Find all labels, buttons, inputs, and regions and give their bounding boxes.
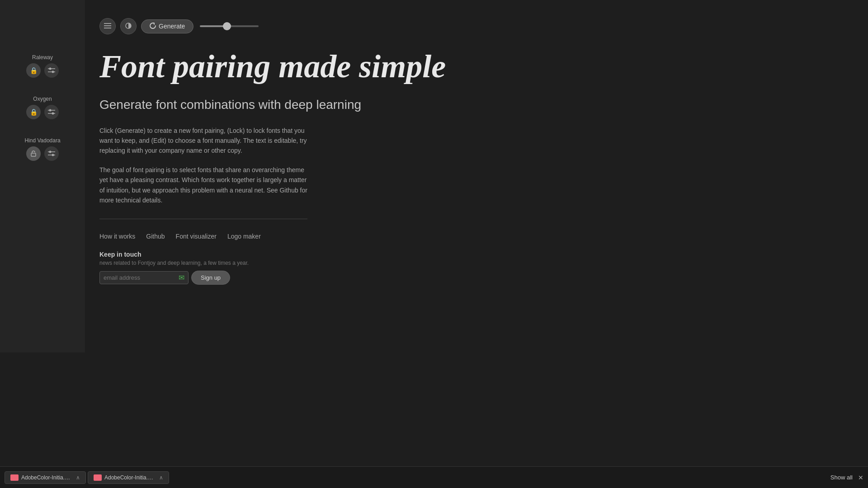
taskbar-item-2[interactable]: AdobeColor-Initia....jpeg ∧ (88, 471, 169, 484)
edit-btn-raleway[interactable] (44, 63, 59, 78)
generate-button[interactable]: Generate (141, 19, 193, 33)
lock-btn-hind-vadodara[interactable] (26, 146, 41, 161)
font-controls-hind-vadodara (26, 146, 59, 161)
email-input-wrapper: ✉ (99, 271, 189, 284)
svg-point-10 (49, 151, 51, 153)
generate-label: Generate (159, 23, 185, 30)
taskbar-close-button[interactable]: ✕ (858, 474, 863, 481)
divider (99, 219, 307, 219)
svg-point-3 (52, 71, 54, 73)
svg-point-12 (52, 154, 54, 156)
font-label-raleway: Raleway (32, 54, 53, 61)
footer-links: How it works Github Font visualizer Logo… (99, 233, 506, 240)
taskbar-chevron-2[interactable]: ∧ (159, 474, 163, 481)
taskbar-item-1[interactable]: AdobeColor-Initia....jpeg ∧ (5, 471, 86, 484)
footer-link-how-it-works[interactable]: How it works (99, 233, 135, 240)
keep-in-touch-subtitle: news related to Fontjoy and deep learnin… (99, 260, 506, 266)
lock-btn-oxygen[interactable]: 🔒 (26, 105, 41, 119)
taskbar-item-label-2: AdobeColor-Initia....jpeg (104, 474, 155, 481)
edit-btn-hind-vadodara[interactable] (44, 146, 59, 161)
theme-icon (125, 22, 132, 31)
svg-point-5 (49, 109, 52, 112)
font-controls-raleway: 🔒 (26, 63, 59, 78)
taskbar-chevron-1[interactable]: ∧ (76, 474, 80, 481)
toolbar: Generate (99, 18, 259, 34)
svg-rect-8 (31, 153, 36, 156)
body-text-2[interactable]: The goal of font pairing is to select fo… (99, 165, 307, 206)
footer-link-logo-maker[interactable]: Logo maker (227, 233, 261, 240)
svg-point-1 (49, 68, 52, 70)
sidebar: Raleway 🔒 Oxygen 🔒 (0, 0, 85, 352)
contrast-slider[interactable] (200, 25, 259, 27)
menu-button[interactable] (99, 18, 116, 34)
generate-icon (150, 23, 156, 30)
keep-in-touch-section: Keep in touch news related to Fontjoy an… (99, 251, 506, 285)
signup-button[interactable]: Sign up (191, 271, 230, 285)
font-item-oxygen: Oxygen 🔒 (26, 96, 59, 119)
theme-toggle-button[interactable] (120, 18, 137, 34)
edit-btn-oxygen[interactable] (44, 105, 59, 119)
font-label-hind-vadodara: Hind Vadodara (24, 137, 60, 144)
headline[interactable]: Font pairing made simple (99, 50, 506, 84)
email-form: ✉ Sign up (99, 271, 506, 285)
footer-link-font-visualizer[interactable]: Font visualizer (176, 233, 217, 240)
taskbar-item-icon-2 (94, 474, 102, 481)
email-icon: ✉ (179, 273, 184, 282)
taskbar-right: Show all ✕ (830, 474, 863, 481)
slider-container (200, 25, 259, 27)
show-all-button[interactable]: Show all (830, 474, 853, 481)
lock-btn-raleway[interactable]: 🔒 (26, 63, 41, 78)
font-label-oxygen: Oxygen (33, 96, 52, 102)
main-content: Font pairing made simple Generate font c… (99, 50, 506, 285)
font-item-raleway: Raleway 🔒 (26, 54, 59, 78)
keep-in-touch-title: Keep in touch (99, 251, 506, 258)
body-text-1[interactable]: Click (Generate) to create a new font pa… (99, 126, 307, 156)
taskbar: AdobeColor-Initia....jpeg ∧ AdobeColor-I… (0, 466, 868, 488)
subheadline[interactable]: Generate font combinations with deep lea… (99, 98, 506, 112)
taskbar-item-label-1: AdobeColor-Initia....jpeg (21, 474, 71, 481)
email-input[interactable] (104, 274, 176, 281)
menu-icon (104, 23, 111, 30)
svg-point-7 (52, 113, 54, 115)
font-item-hind-vadodara: Hind Vadodara (24, 137, 60, 161)
footer-link-github[interactable]: Github (146, 233, 165, 240)
font-controls-oxygen: 🔒 (26, 105, 59, 119)
taskbar-item-icon-1 (10, 474, 19, 481)
